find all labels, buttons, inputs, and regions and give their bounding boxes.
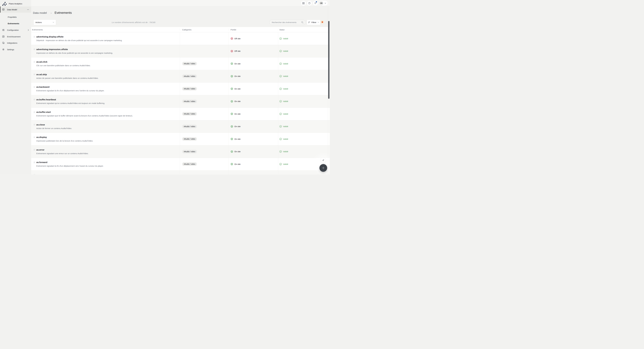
scope-label: On site — [234, 88, 240, 90]
event-pulse-icon — [34, 123, 36, 126]
table-row[interactable]: av.backward Evènement signalant la fin d… — [31, 82, 330, 95]
table-row[interactable]: av.buffer.heartbeat Evènement signalant … — [31, 95, 330, 108]
event-pulse-icon — [34, 111, 36, 113]
search-input[interactable] — [272, 21, 301, 24]
category-tag[interactable]: #Audio / video — [182, 150, 197, 154]
event-description: Evènement signalant la fin d'un déplacem… — [36, 165, 104, 167]
user-menu[interactable]: VM — [319, 1, 328, 6]
table-row[interactable]: av.forward Evènement signalant la fin d'… — [31, 158, 330, 170]
table-row[interactable]: av.display Impression publicitaire lors … — [31, 133, 330, 146]
category-tag[interactable]: #Audio / video — [182, 125, 197, 128]
category-tag[interactable]: #Audio / video — [182, 162, 197, 166]
bullseye-onsite-icon — [230, 100, 233, 103]
check-circle-icon — [279, 50, 282, 52]
column-header-statut: Statut — [278, 28, 330, 31]
search-icon[interactable] — [301, 21, 304, 24]
panel-columns-icon — [2, 35, 5, 38]
quick-start-button[interactable] — [321, 158, 326, 163]
category-tag[interactable]: #Audio / video — [182, 62, 197, 66]
category-tag[interactable]: #Audio / video — [182, 74, 197, 78]
column-header-evenements: Evénements — [31, 28, 180, 31]
sidebar-item-label: Configuration — [7, 29, 19, 31]
table-row[interactable]: av.fullscreen.off — [31, 170, 330, 175]
breadcrumb: Data model › Evénements — [33, 11, 72, 15]
table-row[interactable]: av.buffer.start Evènement signalant que … — [31, 108, 330, 120]
event-pulse-icon — [34, 48, 36, 50]
event-description: Action de fermer un contenu Audio/Video. — [36, 127, 72, 130]
table-row[interactable]: advertising.impression.offsite Impressio… — [31, 45, 330, 58]
events-table: Evénements Catégories Portée Statut adve… — [31, 27, 330, 174]
apps-grid-button[interactable] — [301, 1, 306, 6]
column-header-portee: Portée — [228, 28, 278, 31]
check-circle-icon — [279, 163, 282, 165]
check-circle-icon — [279, 37, 282, 40]
sidebar-item-label: Settings — [7, 48, 14, 50]
filter-badge-dot — [322, 22, 323, 23]
sidebar-item-label: Data Model — [7, 8, 17, 11]
chevron-right-icon — [28, 29, 29, 31]
bullseye-onsite-icon — [230, 88, 233, 90]
toolbar: Actions Le nombre d'événements affichés … — [31, 20, 330, 25]
check-circle-icon — [279, 62, 282, 65]
sliders-icon — [2, 29, 5, 31]
bullseye-onsite-icon — [230, 75, 233, 78]
page-title: Evénements — [54, 11, 72, 14]
event-pulse-icon — [34, 61, 36, 63]
add-event-button[interactable] — [320, 164, 327, 172]
status-label: Validé — [283, 125, 288, 128]
actions-dropdown[interactable]: Actions — [34, 20, 56, 25]
scope-label: On site — [234, 113, 240, 115]
sidebar-item-proprietes[interactable]: Propriétés — [0, 14, 31, 20]
column-header-categories: Catégories — [180, 28, 228, 31]
scope-label: On site — [234, 75, 240, 77]
grid-icon — [302, 2, 304, 4]
notifications-button[interactable] — [313, 1, 318, 6]
sidebar-item-configuration[interactable]: Configuration — [0, 27, 31, 33]
sidebar-item-settings[interactable]: Settings — [0, 46, 31, 52]
plus-icon — [322, 166, 325, 170]
sidebar-item-evenements[interactable]: Evénements — [0, 20, 31, 26]
category-tag[interactable]: #Audio / video — [182, 112, 197, 116]
event-pulse-icon — [34, 86, 36, 88]
sidebar-item-label: Evénements — [8, 22, 19, 24]
category-tag[interactable]: #Audio / video — [182, 87, 197, 90]
event-name: advertising.impression.offsite — [36, 48, 113, 51]
sidebar-item-label: Enrichissement — [7, 36, 20, 38]
event-name: av.forward — [36, 161, 104, 164]
status-label: Validé — [283, 38, 288, 40]
category-tag[interactable]: #Audio / video — [182, 137, 197, 141]
table-row[interactable]: av.close Action de fermer un contenu Aud… — [31, 120, 330, 133]
sidebar-item-label: Propriétés — [8, 16, 16, 18]
scrollbar-thumb[interactable] — [328, 21, 330, 99]
event-pulse-icon — [34, 98, 36, 101]
table-row[interactable]: av.ad.click Clic sur une bannière public… — [31, 58, 330, 70]
collapse-minus-icon[interactable] — [27, 9, 29, 10]
table-row[interactable]: av.ad.skip Action de passer une bannière… — [31, 70, 330, 83]
sidebar-item-integrations[interactable]: Intégrations — [0, 40, 31, 46]
sidebar-item-data-model[interactable]: Data Model — [0, 6, 31, 12]
copy-squares-icon — [2, 42, 5, 44]
sidebar-item-label: Intégrations — [7, 42, 18, 44]
breadcrumb-section[interactable]: Data model — [33, 11, 47, 14]
event-name: av.ad.click — [36, 61, 90, 63]
table-row[interactable]: av.error Evènement signalant une erreur … — [31, 146, 330, 158]
scope-label: On site — [234, 138, 240, 140]
check-circle-icon — [279, 125, 282, 128]
notification-dot — [316, 1, 317, 2]
help-button[interactable] — [307, 1, 312, 6]
status-label: Validé — [283, 88, 288, 90]
event-name: av.backward — [36, 86, 104, 88]
status-label: Validé — [283, 100, 288, 102]
event-description: Evènement signalant la fin d'un déplacem… — [36, 90, 104, 92]
actions-label: Actions — [36, 21, 42, 24]
event-description: Evènement signalant qu'un contenu Audio/… — [36, 102, 105, 104]
chevron-down-icon — [53, 22, 54, 23]
category-tag[interactable]: #Audio / video — [182, 100, 197, 103]
filter-dropdown[interactable]: Filtrer — [307, 20, 320, 25]
event-name: av.display — [36, 136, 93, 138]
table-row[interactable]: advertising.display.offsite Déprécié - I… — [31, 32, 330, 45]
event-pulse-icon — [34, 174, 36, 174]
avatar: VM — [319, 1, 323, 5]
sidebar-item-enrichissement[interactable]: Enrichissement — [0, 34, 31, 40]
logo[interactable]: Piano Analytics — [2, 1, 22, 6]
